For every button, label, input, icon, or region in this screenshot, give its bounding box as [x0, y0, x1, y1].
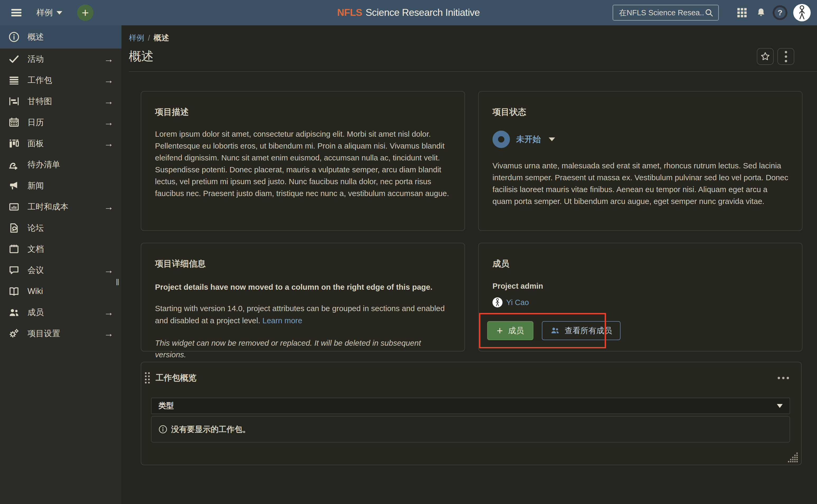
widget-title: 项目描述	[155, 106, 451, 118]
breadcrumb: 样例 / 概述	[129, 33, 169, 43]
widget-menu-button[interactable]	[775, 374, 792, 382]
info-circle-icon	[8, 31, 20, 43]
breadcrumb-separator: /	[148, 34, 150, 42]
sidebar-item-documents[interactable]: 文档	[0, 239, 121, 260]
global-add-button[interactable]: +	[77, 4, 93, 21]
sidebar-item-label: 论坛	[27, 222, 113, 234]
sidebar-item-label: 面板	[27, 138, 104, 149]
topbar-left-group: 样例 +	[0, 0, 93, 25]
open-in-arrow-icon: →	[104, 118, 113, 127]
top-bar: 样例 + NFLS Science Research Initiative	[0, 0, 817, 25]
help-icon: ?	[773, 5, 787, 20]
sidebar-item-overview[interactable]: 概述	[0, 25, 121, 49]
global-search[interactable]	[613, 5, 719, 21]
widget-title: 项目状态	[493, 106, 788, 118]
work-packages-overview-widget: 工作包概览 类型 没有要显示的工作包。	[141, 362, 802, 465]
sidebar-item-label: 项目设置	[27, 328, 104, 339]
sidebar-item-wiki[interactable]: Wiki	[0, 281, 121, 302]
main-content: 样例 / 概述 概述 项目描述 Lorem ipsum dolor sit am…	[121, 25, 817, 504]
widget-title: 成员	[493, 258, 788, 270]
open-in-arrow-icon: →	[104, 54, 113, 64]
sidebar-item-label: 文档	[27, 244, 113, 255]
status-donut-icon	[493, 131, 510, 148]
sidebar-item-label: 新闻	[27, 180, 113, 191]
sidebar-item-calendar[interactable]: 日历 →	[0, 112, 121, 133]
app-screen: 样例 + NFLS Science Research Initiative	[0, 0, 817, 504]
empty-state-message: 没有要显示的工作包。	[171, 424, 250, 435]
widget-title: 项目详细信息	[155, 258, 451, 270]
calendar-icon	[8, 116, 20, 129]
grid-icon	[736, 7, 748, 18]
plus-icon: +	[497, 325, 503, 336]
kebab-menu-icon	[785, 51, 787, 62]
sidebar-item-project-settings[interactable]: 项目设置 →	[0, 323, 121, 344]
app-title-prefix: NFLS	[337, 7, 362, 18]
page-actions	[757, 48, 794, 65]
members-widget: 成员 Project admin Yi Cao + 成员	[478, 243, 802, 351]
sidebar-resize-handle[interactable]: ‖	[116, 277, 120, 287]
view-all-members-button[interactable]: 查看所有成员	[542, 321, 621, 340]
two-people-icon	[8, 306, 20, 318]
project-selector[interactable]: 样例	[36, 7, 62, 18]
type-filter-select[interactable]: 类型	[151, 398, 790, 414]
notifications-button[interactable]	[752, 0, 771, 25]
open-in-arrow-icon: →	[104, 139, 113, 148]
app-title-rest: Science Research Initiative	[365, 7, 480, 18]
breadcrumb-project-link[interactable]: 样例	[129, 33, 144, 43]
widget-header: 工作包概览	[141, 362, 801, 391]
sidebar-item-meetings[interactable]: 会议 →	[0, 260, 121, 281]
search-input[interactable]	[619, 8, 705, 17]
stick-figure-icon	[494, 298, 502, 307]
project-status-widget: 项目状态 未开始 Vivamus urna ante, malesuada se…	[478, 91, 802, 231]
chevron-down-icon	[549, 137, 555, 141]
learn-more-link[interactable]: Learn more	[262, 316, 302, 325]
bell-icon	[756, 7, 766, 18]
admin-user-link[interactable]: Yi Cao	[506, 298, 529, 307]
sidebar-item-backlogs[interactable]: 待办清单	[0, 154, 121, 175]
speech-bubble-icon	[8, 264, 20, 276]
apps-grid-button[interactable]	[733, 0, 752, 25]
project-description-widget: 项目描述 Lorem ipsum dolor sit amet, consect…	[141, 91, 465, 231]
sidebar-item-boards[interactable]: 面板 →	[0, 133, 121, 154]
sidebar-item-gantt[interactable]: 甘特图 →	[0, 91, 121, 112]
sidebar-item-work-packages[interactable]: 工作包 →	[0, 70, 121, 91]
open-book-icon	[8, 285, 20, 297]
project-description-text: Lorem ipsum dolor sit amet, consectetur …	[155, 128, 451, 199]
chevron-down-icon	[56, 11, 62, 15]
open-in-arrow-icon: →	[104, 265, 113, 275]
sidebar-item-activity[interactable]: 活动 →	[0, 49, 121, 70]
checkmark-icon	[8, 53, 20, 65]
sidebar-item-label: 待办清单	[27, 159, 113, 170]
widget-resize-grip[interactable]	[787, 451, 799, 463]
cost-report-icon	[8, 201, 20, 213]
project-selector-label: 样例	[36, 7, 53, 18]
widget-title: 工作包概览	[155, 372, 775, 383]
sidebar-item-forums[interactable]: 论坛	[0, 217, 121, 239]
sidebar-item-news[interactable]: 新闻	[0, 175, 121, 196]
user-avatar[interactable]	[793, 4, 811, 21]
hamburger-menu-button[interactable]	[7, 3, 26, 22]
user-avatar	[493, 297, 503, 307]
sidebar-item-label: 工作包	[27, 75, 104, 86]
search-icon	[705, 8, 714, 17]
details-headline: Project details have now moved to a colu…	[155, 281, 451, 293]
sidebar-item-time-and-costs[interactable]: 工时和成本 →	[0, 196, 121, 217]
drag-handle-icon[interactable]	[145, 372, 150, 383]
gears-icon	[8, 327, 20, 340]
sidebar-item-label: Wiki	[27, 287, 113, 296]
stick-figure-icon	[795, 5, 809, 21]
info-circle-icon	[158, 425, 167, 434]
favorite-button[interactable]	[757, 48, 774, 65]
sidebar-item-label: 日历	[27, 117, 104, 128]
page-menu-button[interactable]	[777, 48, 794, 65]
backlogs-icon	[8, 159, 20, 171]
project-status-selector[interactable]: 未开始	[493, 131, 788, 148]
help-button[interactable]: ?	[771, 0, 790, 25]
document-icon	[8, 243, 20, 255]
open-in-arrow-icon: →	[104, 329, 113, 338]
project-status-text: Vivamus urna ante, malesuada sed erat si…	[493, 160, 788, 207]
sidebar-item-members[interactable]: 成员 →	[0, 302, 121, 323]
add-member-button[interactable]: + 成员	[487, 321, 534, 340]
type-filter-label: 类型	[158, 401, 777, 411]
sidebar-item-label: 活动	[27, 54, 104, 65]
